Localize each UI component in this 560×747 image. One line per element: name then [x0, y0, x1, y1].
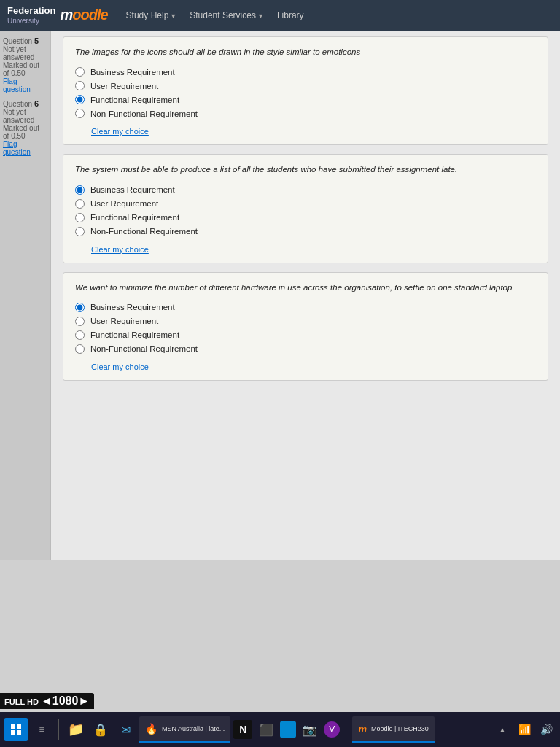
q6-radio-4[interactable]	[75, 344, 85, 354]
taskbar-firefox-app[interactable]: 🔥 MSN Australia | late...	[139, 716, 230, 743]
tv-label: FULL HD	[4, 697, 39, 706]
tray-sound-icon[interactable]: 🔊	[537, 720, 556, 739]
taskbar: ≡ 📁 🔒 ✉ 🔥 MSN Australia | late... N ⬛ 📷 …	[0, 712, 560, 747]
question-5-options: Business Requirement User Requirement Fu…	[75, 185, 536, 236]
question-5-block: The system must be able to produce a lis…	[63, 154, 548, 263]
sidebar-q5-num: 5	[34, 36, 39, 45]
q4-radio-1[interactable]	[75, 67, 85, 77]
question-6-options: Business Requirement User Requirement Fu…	[75, 303, 536, 354]
taskbar-zoom-icon[interactable]: 📷	[299, 719, 321, 740]
svg-rect-0	[11, 724, 15, 729]
q4-radio-3[interactable]	[75, 95, 85, 104]
q6-radio-2[interactable]	[75, 317, 85, 326]
top-navigation: Study Help▼ Student Services▼ Library	[126, 10, 553, 20]
q5-radio-1[interactable]	[75, 185, 85, 195]
q6-clear-choice[interactable]: Clear my choice	[91, 363, 149, 371]
question-5-text: The system must be able to produce a lis…	[75, 163, 536, 176]
taskbar-sep-1	[58, 719, 59, 740]
question-4-block: The images for the icons should all be d…	[63, 36, 548, 145]
q4-clear-choice[interactable]: Clear my choice	[91, 127, 149, 136]
nav-library[interactable]: Library	[277, 10, 304, 20]
tv-badge: FULL HD ◄1080►	[0, 693, 94, 709]
sidebar-q5-section: Question 5 Not yetanswered Marked out of…	[3, 36, 47, 93]
q4-radio-2[interactable]	[75, 81, 85, 90]
q6-option-2[interactable]: User Requirement	[75, 317, 536, 326]
question-6-block: We want to minimize the number of differ…	[63, 272, 548, 381]
system-tray: ▲ 📶 🔊	[493, 720, 556, 739]
q5-radio-3[interactable]	[75, 213, 85, 222]
main-layout: Question 5 Not yetanswered Marked out of…	[0, 31, 560, 560]
taskbar-purple-icon[interactable]: V	[324, 721, 340, 738]
sidebar-q5-flag[interactable]: Flag question	[3, 77, 47, 93]
taskbar-mail-icon[interactable]: ✉	[114, 719, 136, 740]
taskbar-lock-icon[interactable]: 🔒	[90, 719, 112, 740]
moodle-taskbar-icon: m	[358, 724, 367, 735]
q4-option-1[interactable]: Business Requirement	[75, 67, 536, 77]
q4-option-3[interactable]: Functional Requirement	[75, 95, 536, 104]
university-label: University	[7, 17, 55, 25]
question-6-text: We want to minimize the number of differ…	[75, 282, 536, 294]
svg-rect-1	[17, 724, 21, 729]
q4-option-4[interactable]: Non-Functional Requirement	[75, 109, 536, 118]
tray-chevron-icon[interactable]: ▲	[493, 720, 512, 739]
q5-option-3[interactable]: Functional Requirement	[75, 213, 536, 222]
q5-option-1[interactable]: Business Requirement	[75, 185, 536, 195]
brand-area: Federation University moodle	[7, 6, 117, 24]
q5-clear-choice[interactable]: Clear my choice	[91, 245, 149, 254]
moodle-taskbar-label: Moodle | ITECH230	[371, 725, 429, 732]
q4-radio-4[interactable]	[75, 109, 85, 118]
q5-radio-4[interactable]	[75, 227, 85, 236]
sidebar-q6-status: Not yet answered	[3, 108, 47, 124]
q5-option-2[interactable]: User Requirement	[75, 199, 536, 209]
q6-option-4[interactable]: Non-Functional Requirement	[75, 344, 536, 354]
sidebar-q6-num: 6	[34, 99, 39, 108]
nav-student-services[interactable]: Student Services▼	[190, 10, 264, 20]
sidebar-q6-section: Question 6 Not yet answered Marked out o…	[3, 99, 47, 156]
taskbar-fileexplorer-icon[interactable]: 📁	[65, 719, 87, 740]
taskbar-moodle-app[interactable]: m Moodle | ITECH230	[352, 716, 434, 743]
msn-label: MSN Australia | late...	[162, 725, 225, 732]
svg-rect-3	[17, 730, 21, 735]
tv-resolution: ◄1080►	[41, 694, 90, 707]
topbar: Federation University moodle Study Help▼…	[0, 0, 560, 31]
taskbar-n-icon[interactable]: N	[233, 720, 252, 739]
q6-radio-3[interactable]	[75, 330, 85, 340]
sidebar-q5-label: Question	[3, 37, 32, 45]
taskbar-blue-icon[interactable]	[280, 721, 296, 738]
sidebar: Question 5 Not yetanswered Marked out of…	[0, 31, 51, 560]
federation-brand: Federation University	[7, 6, 55, 24]
q6-option-3[interactable]: Functional Requirement	[75, 330, 536, 340]
q6-radio-1[interactable]	[75, 303, 85, 312]
sidebar-q6-marked: Marked out of 0.50	[3, 124, 47, 140]
firefox-icon: 🔥	[145, 723, 158, 735]
q5-radio-2[interactable]	[75, 199, 85, 209]
nav-study-help[interactable]: Study Help▼	[126, 10, 177, 20]
taskbar-sep-2	[346, 719, 346, 740]
taskbar-office-icon[interactable]: ⬛	[255, 719, 277, 740]
quiz-content: The images for the icons should all be d…	[51, 31, 560, 560]
q6-option-1[interactable]: Business Requirement	[75, 303, 536, 312]
federation-name: Federation	[7, 6, 55, 16]
taskbar-cortana-icon[interactable]: ≡	[31, 719, 52, 740]
moodle-logo: moodle	[60, 7, 107, 23]
sidebar-q6-label: Question	[3, 100, 32, 108]
start-button[interactable]	[4, 718, 28, 741]
question-4-options: Business Requirement User Requirement Fu…	[75, 67, 536, 118]
question-4-text: The images for the icons should all be d…	[75, 46, 536, 58]
q4-option-2[interactable]: User Requirement	[75, 81, 536, 90]
svg-rect-2	[11, 730, 15, 735]
sidebar-q5-status: Not yetanswered	[3, 45, 47, 61]
sidebar-q6-flag[interactable]: Flag question	[3, 140, 47, 156]
tray-network-icon[interactable]: 📶	[515, 720, 534, 739]
sidebar-q5-marked: Marked out of 0.50	[3, 61, 47, 77]
q5-option-4[interactable]: Non-Functional Requirement	[75, 227, 536, 236]
